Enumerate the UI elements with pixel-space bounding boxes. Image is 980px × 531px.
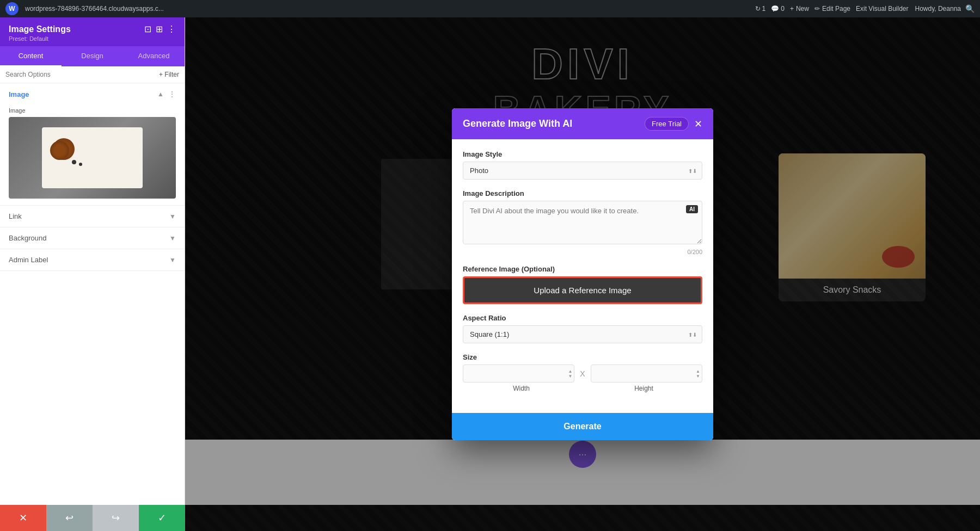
new-button[interactable]: + New xyxy=(790,5,809,13)
search-icon[interactable]: 🔍 xyxy=(965,4,975,13)
aspect-ratio-label: Aspect Ratio xyxy=(463,314,702,322)
panel-preset: Preset: Default xyxy=(9,35,176,42)
aspect-ratio-select[interactable]: Square (1:1) xyxy=(463,325,702,343)
exit-builder-button[interactable]: Exit Visual Builder xyxy=(856,5,909,13)
admin-bar: W wordpress-784896-3766464.cloudwaysapps… xyxy=(0,0,980,17)
image-style-select-wrapper: Photo xyxy=(463,162,702,180)
howdy-text: Howdy, Deanna xyxy=(915,5,961,13)
admin-label-text: Admin Label xyxy=(9,256,48,264)
height-input[interactable]: 512 xyxy=(591,365,702,382)
cancel-icon: ✕ xyxy=(19,512,27,524)
image-description-group: Image Description AI 0/200 xyxy=(463,189,702,255)
cancel-button[interactable]: ✕ xyxy=(0,505,46,531)
width-spinners: ▲ ▼ xyxy=(568,369,572,378)
panel-section-image: Image ▲ ⋮ Image xyxy=(0,83,185,206)
admin-bar-right: Howdy, Deanna 🔍 xyxy=(915,4,975,13)
link-chevron-icon: ▼ xyxy=(169,213,176,220)
reference-image-label: Reference Image (Optional) xyxy=(463,265,702,273)
width-input-wrap: 512 ▲ ▼ xyxy=(463,365,574,382)
redo-button[interactable]: ↪ xyxy=(93,505,139,531)
tab-design[interactable]: Design xyxy=(62,46,123,66)
image-label: Image xyxy=(9,107,176,114)
admin-label-section[interactable]: Admin Label ▼ xyxy=(0,249,185,271)
panel-search: + Filter xyxy=(0,66,185,83)
dialog-close-button[interactable]: ✕ xyxy=(694,119,702,129)
image-description-label: Image Description xyxy=(463,189,702,197)
content-area: DIVI BAKERY Savory Snacks ··· xyxy=(185,17,980,531)
admin-label-chevron-icon: ▼ xyxy=(169,256,176,264)
edit-page-button[interactable]: ✏ Edit Page xyxy=(814,5,850,13)
site-url: wordpress-784896-3766464.cloudwaysapps.c… xyxy=(25,5,749,13)
undo-icon: ↩ xyxy=(65,512,74,524)
tab-advanced[interactable]: Advanced xyxy=(123,46,185,66)
size-row: 512 ▲ ▼ X 512 ▲ ▼ xyxy=(463,365,702,382)
upload-reference-button[interactable]: Upload a Reference Image xyxy=(463,276,702,304)
image-chevron-icon: ▲ xyxy=(157,90,164,98)
left-panel: Image Settings ⊡ ⊞ ⋮ Preset: Default Con… xyxy=(0,17,185,531)
size-x-symbol: X xyxy=(580,369,585,378)
search-input[interactable] xyxy=(5,71,156,78)
panel-icon-screen[interactable]: ⊡ xyxy=(144,24,151,34)
height-down-icon[interactable]: ▼ xyxy=(696,374,700,378)
size-label: Size xyxy=(463,353,702,361)
link-section[interactable]: Link ▼ xyxy=(0,206,185,227)
refresh-icon: ↻ 1 xyxy=(755,5,766,13)
image-dots-icon[interactable]: ⋮ xyxy=(168,90,176,98)
width-label: Width xyxy=(463,385,580,392)
dialog-overlay: Generate Image With AI Free Trial ✕ Imag… xyxy=(185,17,980,531)
dialog-body: Image Style Photo Image Description AI xyxy=(452,139,713,413)
height-input-wrap: 512 ▲ ▼ xyxy=(591,365,702,382)
image-style-group: Image Style Photo xyxy=(463,150,702,180)
width-up-icon[interactable]: ▲ xyxy=(568,369,572,373)
save-icon: ✓ xyxy=(158,512,166,524)
width-down-icon[interactable]: ▼ xyxy=(568,374,572,378)
height-up-icon[interactable]: ▲ xyxy=(696,369,700,373)
image-preview xyxy=(9,117,176,199)
aspect-ratio-select-wrapper: Square (1:1) xyxy=(463,325,702,343)
size-labels: Width Height xyxy=(463,385,702,392)
food-image-simulation xyxy=(42,127,142,189)
background-label: Background xyxy=(9,234,46,242)
image-style-label: Image Style xyxy=(463,150,702,158)
link-label: Link xyxy=(9,212,22,220)
aspect-ratio-group: Aspect Ratio Square (1:1) xyxy=(463,314,702,343)
main-layout: Image Settings ⊡ ⊞ ⋮ Preset: Default Con… xyxy=(0,17,980,531)
redo-icon: ↪ xyxy=(112,512,120,524)
image-preview-inner xyxy=(9,117,176,199)
filter-button[interactable]: + Filter xyxy=(159,71,179,78)
admin-bar-icons: ↻ 1 💬 0 + New ✏ Edit Page Exit Visual Bu… xyxy=(755,5,909,13)
tab-content[interactable]: Content xyxy=(0,46,62,66)
height-label: Height xyxy=(585,385,702,392)
ai-dialog: Generate Image With AI Free Trial ✕ Imag… xyxy=(452,108,713,440)
width-input[interactable]: 512 xyxy=(463,365,574,382)
wp-logo: W xyxy=(5,2,19,15)
free-trial-badge: Free Trial xyxy=(645,117,689,131)
image-description-textarea[interactable] xyxy=(463,201,702,244)
background-section[interactable]: Background ▼ xyxy=(0,227,185,249)
image-preview-area: Image xyxy=(0,105,185,205)
panel-header: Image Settings ⊡ ⊞ ⋮ Preset: Default xyxy=(0,17,185,46)
bottom-toolbar: ✕ ↩ ↪ ✓ xyxy=(0,505,185,531)
comments-icon: 💬 0 xyxy=(771,5,785,13)
height-spinners: ▲ ▼ xyxy=(696,369,700,378)
dialog-title: Generate Image With AI xyxy=(463,118,572,129)
background-chevron-icon: ▼ xyxy=(169,234,176,242)
dialog-header-right: Free Trial ✕ xyxy=(645,117,702,131)
char-count: 0/200 xyxy=(463,249,702,255)
generate-button[interactable]: Generate xyxy=(452,413,713,440)
ai-badge: AI xyxy=(686,205,698,213)
panel-icon-columns[interactable]: ⊞ xyxy=(156,24,163,34)
image-section-header[interactable]: Image ▲ ⋮ xyxy=(0,83,185,105)
panel-icon-more[interactable]: ⋮ xyxy=(167,24,176,34)
save-button[interactable]: ✓ xyxy=(139,505,185,531)
textarea-wrapper: AI xyxy=(463,201,702,246)
image-section-title: Image xyxy=(9,90,29,98)
reference-image-group: Reference Image (Optional) Upload a Refe… xyxy=(463,265,702,304)
preset-link[interactable]: Preset: Default xyxy=(9,35,48,42)
size-group: Size 512 ▲ ▼ X 512 xyxy=(463,353,702,392)
undo-button[interactable]: ↩ xyxy=(46,505,93,531)
image-style-select[interactable]: Photo xyxy=(463,162,702,180)
dialog-header: Generate Image With AI Free Trial ✕ xyxy=(452,108,713,139)
panel-tabs: Content Design Advanced xyxy=(0,46,185,66)
panel-title: Image Settings xyxy=(9,24,71,34)
